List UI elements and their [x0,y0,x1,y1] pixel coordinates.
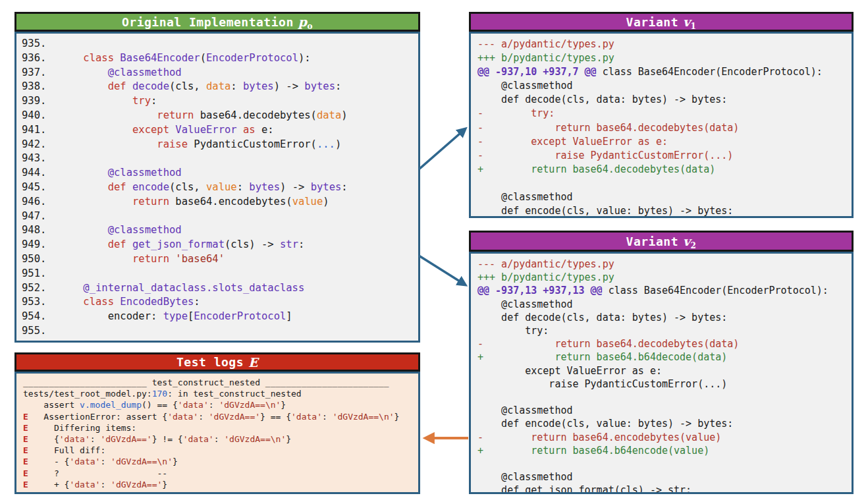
code-line: 942. raise PydanticCustomError(...) [22,138,414,152]
code-line: - return base64.decodebytes(data) [477,121,848,135]
code-line: tests/test_root_model.py:170: in test_co… [23,388,414,399]
code-line: 938. def decode(cls, data: bytes) -> byt… [22,80,414,94]
panel-test-logs-header: Test logs E [14,352,420,372]
code-line: @classmethod [477,79,848,93]
math-symbol-p-o: po [298,14,313,29]
code-line: 937. @classmethod [22,66,414,80]
panel-variant-2-diff: --- a/pydantic/types.py+++ b/pydantic/ty… [469,252,854,494]
figure-canvas: Original Implementation po 935.936. clas… [0,0,868,502]
code-line: 955. [22,324,414,339]
panel-original-title: Original Implementation [122,15,294,29]
code-line: --- a/pydantic/types.py [477,38,848,51]
code-line: 939. try: [22,94,414,109]
code-line: @classmethod [477,404,848,417]
code-line: except ValueError as e: [477,364,848,377]
code-line: def get_json_format(cls) -> str: [477,484,848,494]
code-line [477,177,848,190]
code-line: @classmethod [477,298,848,311]
panel-test-logs-title: Test logs [176,355,244,369]
panel-variant-1-header: Variant v1 [469,12,854,32]
code-line: E {'data': 'dGVzdA=='} != {'data': 'dGVz… [23,433,414,445]
panel-test-logs-output: ________________________ test_construct_… [14,372,420,494]
code-line: 936. class Base64Encoder(EncoderProtocol… [22,51,414,66]
arrow-original-to-v1 [419,129,465,169]
panel-variant-2-title: Variant [626,235,678,248]
code-line: - return base64.encodebytes(value) [477,431,848,444]
code-line: @@ -937,13 +937,13 @@ class Base64Encode… [477,284,848,297]
panel-original-code: 935.936. class Base64Encoder(EncoderProt… [14,32,420,343]
code-line: 947. [22,209,414,224]
code-line: 951. [22,267,414,281]
code-line: - return base64.decodebytes(data) [477,337,848,350]
code-line: def decode(cls, data: bytes) -> bytes: [477,93,848,107]
code-line: 944. @classmethod [22,166,414,181]
code-line: 935. [22,37,414,51]
panel-variant-2: Variant v2 --- a/pydantic/types.py+++ b/… [469,231,854,494]
code-line [477,457,848,470]
code-line [477,391,848,404]
code-line: E Full diff: [23,445,414,456]
code-line: + return base64.b64encode(value) [477,444,848,457]
code-line: - try: [477,107,848,121]
code-line: 949. def get_json_format(cls) -> str: [22,238,414,252]
code-line: E + {'data': 'dGVzdA=='} [23,479,414,490]
code-line: def decode(cls, data: bytes) -> bytes: [477,311,848,324]
code-line: + return base64.b64decode(data) [477,350,848,364]
panel-variant-1-diff: --- a/pydantic/types.py+++ b/pydantic/ty… [469,32,854,218]
math-symbol-v-1: v1 [683,14,696,29]
code-line: @@ -937,10 +937,7 @@ class Base64Encoder… [477,65,848,79]
panel-variant-1: Variant v1 --- a/pydantic/types.py+++ b/… [469,12,854,218]
code-line: 943. [22,152,414,166]
code-line: --- a/pydantic/types.py [477,258,848,271]
code-line: - raise PydanticCustomError(...) [477,149,848,163]
panel-original-implementation: Original Implementation po 935.936. clas… [14,12,420,343]
code-line: 948. @classmethod [22,223,414,238]
panel-variant-1-title: Variant [626,15,678,29]
code-line: E - {'data': 'dGVzdA==\n'} [23,456,414,467]
code-line: E AssertionError: assert {'data': 'dGVzd… [23,411,414,422]
code-line: try: [477,324,848,337]
math-symbol-v-2: v2 [683,234,696,248]
panel-original-header: Original Implementation po [14,12,420,32]
code-line: E Differing items: [23,422,414,433]
code-line: 946. return base64.encodebytes(value) [22,195,414,209]
code-line: 954. encoder: type[EncoderProtocol] [22,310,414,324]
code-line: +++ b/pydantic/types.py [477,271,848,284]
code-line: assert v.model_dump() == {'data': 'dGVzd… [23,399,414,410]
code-line: - except ValueError as e: [477,135,848,149]
code-line: def encode(cls, value: bytes) -> bytes: [477,417,848,430]
code-line: 940. return base64.decodebytes(data) [22,109,414,123]
code-line: +++ b/pydantic/types.py [477,51,848,65]
panel-test-logs: Test logs E ________________________ tes… [14,352,420,494]
code-line: 952. @_internal_dataclass.slots_dataclas… [22,281,414,296]
math-symbol-E: E [248,355,258,370]
code-line: + return base64.decodebytes(data) [477,163,848,177]
arrow-original-to-v2 [419,256,465,285]
code-line: @classmethod [477,190,848,204]
code-line: ________________________ test_construct_… [23,377,414,388]
code-line: raise PydanticCustomError(...) [477,377,848,391]
code-line: @classmethod [477,470,848,484]
code-line: 945. def encode(cls, value: bytes) -> by… [22,181,414,195]
code-line: 941. except ValueError as e: [22,123,414,138]
code-line: 950. return 'base64' [22,252,414,267]
code-line: 953. class EncodedBytes: [22,295,414,310]
code-line: def encode(cls, value: bytes) -> bytes: [477,204,848,218]
code-line: E ? -- [23,468,414,479]
panel-variant-2-header: Variant v2 [469,231,854,252]
